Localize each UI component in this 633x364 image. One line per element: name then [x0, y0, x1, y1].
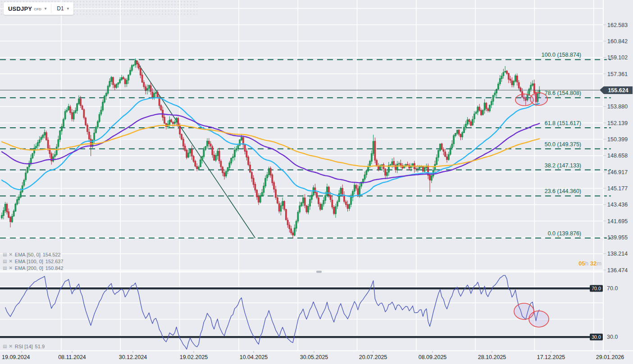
- candle-body: [308, 206, 309, 212]
- candle-body: [198, 167, 200, 169]
- chevron-down-icon: ▾: [45, 6, 47, 11]
- candle-body: [15, 204, 16, 211]
- candle-body: [291, 229, 292, 233]
- price-tick-label: 141.695: [607, 218, 628, 225]
- candle-body: [396, 164, 398, 170]
- candle-body: [251, 172, 252, 179]
- candle-body: [201, 156, 203, 160]
- candle-body: [121, 77, 123, 80]
- candle-body: [42, 135, 44, 138]
- candle-body: [5, 204, 6, 211]
- indicator-settings-icon[interactable]: ▤: [3, 259, 7, 264]
- candle-body: [141, 75, 143, 82]
- price-axis[interactable]: 162.583160.842159.102157.361155.624153.8…: [603, 0, 633, 351]
- candle-body: [270, 168, 271, 175]
- candle-body: [445, 152, 446, 157]
- candle-body: [453, 135, 455, 144]
- indicator-close-icon[interactable]: ✕: [9, 259, 12, 264]
- rsi-level-badge-text: 30.0: [592, 334, 601, 340]
- candle-body: [25, 173, 27, 180]
- timer-hours: 05: [578, 260, 585, 267]
- candle-body: [287, 220, 288, 225]
- candle-body: [374, 141, 376, 160]
- candle-body: [289, 225, 290, 229]
- candle-body: [140, 68, 141, 75]
- candle-body: [78, 99, 80, 104]
- symbol-label: USDJPY: [8, 5, 32, 12]
- candle-body: [421, 167, 422, 167]
- candle-body: [501, 76, 502, 79]
- candle-body: [486, 103, 487, 108]
- candle-body: [460, 134, 461, 137]
- red-ellipse-annotation[interactable]: [530, 93, 547, 105]
- price-badge-value: 155.624: [608, 87, 628, 94]
- pane-resize-handle[interactable]: [316, 271, 322, 273]
- candle-body: [357, 189, 359, 195]
- candle-body: [1, 216, 3, 218]
- candle-body: [207, 141, 208, 146]
- candle-body: [181, 134, 182, 139]
- candle-body: [419, 167, 420, 169]
- symbol-selector[interactable]: USDJPY CFD ▾: [4, 2, 51, 15]
- candle-body: [302, 198, 304, 203]
- timer-minutes: 32: [590, 260, 597, 267]
- indicator-settings-icon[interactable]: ▤: [3, 344, 7, 349]
- candle-body: [193, 156, 194, 162]
- indicator-close-icon[interactable]: ✕: [9, 252, 12, 257]
- candle-body: [150, 85, 151, 91]
- candle-body: [344, 195, 345, 202]
- ema-legend: ▤ ✕ EMA [50, 0] 154.522 ▤ ✕ EMA [100, 0]…: [3, 251, 64, 271]
- price-tick-label: 150.399: [607, 136, 628, 143]
- candle-body: [13, 211, 14, 216]
- candle-body: [487, 109, 489, 111]
- candle-body: [80, 99, 81, 106]
- candle-body: [354, 185, 355, 191]
- candle-body: [304, 198, 305, 206]
- candle-body: [64, 112, 66, 119]
- candle-body: [285, 209, 287, 220]
- candle-body: [11, 216, 13, 222]
- date-label: 28.10.2025: [478, 354, 506, 360]
- fib-label: 50.0 (149.375): [545, 141, 581, 148]
- indicator-close-icon[interactable]: ✕: [9, 344, 12, 349]
- candle-body: [371, 153, 372, 162]
- candle-body: [56, 147, 57, 155]
- candle-body: [83, 110, 85, 118]
- candle-body: [169, 120, 170, 125]
- candle-body: [516, 76, 518, 82]
- indicator-close-icon[interactable]: ✕: [9, 265, 12, 270]
- timer-hours-unit: h: [585, 260, 588, 267]
- chart-canvas[interactable]: 100.0 (158.874)78.6 (154.808)61.8 (151.6…: [0, 0, 633, 364]
- candle-body: [277, 198, 278, 203]
- time-axis[interactable]: 19.09.202408.11.202430.12.202419.02.2025…: [0, 351, 633, 364]
- indicator-settings-icon[interactable]: ▤: [3, 252, 7, 257]
- candle-body: [250, 165, 251, 172]
- candle-body: [217, 151, 218, 156]
- price-axis-scale[interactable]: [604, 0, 633, 351]
- candle-body: [205, 147, 206, 150]
- candle-body: [186, 150, 187, 158]
- candle-body: [174, 122, 175, 123]
- timeframe-selector[interactable]: D1 ▾: [51, 2, 73, 15]
- candle-body: [359, 186, 360, 195]
- candle-body: [510, 79, 511, 81]
- candle-body: [18, 197, 20, 200]
- candle-body: [241, 137, 242, 140]
- date-label: 17.12.2025: [537, 354, 565, 360]
- candle-body: [70, 107, 71, 112]
- red-ellipse-annotation[interactable]: [529, 311, 549, 327]
- candle-body: [188, 153, 189, 157]
- indicator-settings-icon[interactable]: ▤: [3, 265, 7, 270]
- candle-body: [491, 101, 492, 105]
- candle-body: [58, 139, 59, 147]
- candle-body: [439, 144, 441, 150]
- price-tick-label: 162.583: [607, 22, 628, 28]
- date-label: 08.09.2025: [419, 354, 447, 360]
- candle-body: [126, 80, 128, 84]
- date-label: 19.02.2025: [180, 354, 208, 360]
- candle-body: [455, 134, 456, 136]
- candle-body: [369, 161, 371, 166]
- candle-body: [441, 144, 442, 149]
- candle-body: [475, 112, 477, 113]
- price-badge: 155.624: [600, 86, 633, 94]
